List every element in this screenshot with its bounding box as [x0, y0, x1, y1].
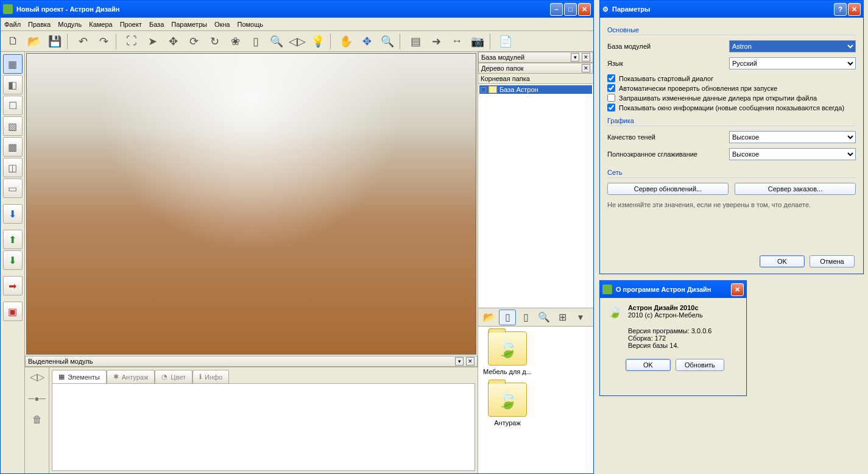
cube-solid-icon[interactable]: ◧ — [3, 75, 23, 94]
tree-header[interactable]: Дерево папок ✕ — [478, 63, 593, 74]
modulebase-select[interactable]: Astron — [729, 40, 856, 52]
menu-project[interactable]: Проект — [120, 21, 142, 28]
menu-edit[interactable]: Правка — [28, 21, 51, 28]
params-dialog: ⚙ Параметры ? ✕ Основные База модулей As… — [599, 0, 864, 274]
slider-icon[interactable]: ─●─ — [28, 394, 45, 403]
tab-color[interactable]: ◔Цвет — [155, 370, 192, 383]
modulebase-title: База модулей — [481, 54, 524, 61]
panel2-close-icon[interactable]: ✕ — [582, 53, 590, 62]
grid-thumb-icon[interactable]: ⊞ — [554, 310, 571, 325]
menu-help[interactable]: Помощь — [237, 21, 263, 28]
door-icon[interactable]: ▯ — [245, 32, 266, 51]
undo-icon[interactable]: ↶ — [72, 32, 93, 51]
zoom-icon[interactable]: 🔍 — [266, 32, 287, 51]
thumb-label: Антураж — [494, 419, 521, 426]
mirror-side-icon[interactable]: ◁▷ — [30, 371, 44, 383]
open-icon[interactable]: 📂 — [24, 32, 44, 51]
chk-start[interactable] — [607, 74, 615, 82]
floor-icon[interactable]: ▭ — [3, 179, 23, 198]
params-ok-button[interactable]: OK — [760, 255, 805, 267]
redo-icon[interactable]: ↷ — [93, 32, 114, 51]
update-server-button[interactable]: Сервер обновлений... — [607, 183, 729, 195]
move-icon[interactable]: ✥ — [163, 32, 183, 51]
thumbnail-pane[interactable]: Мебель для д... Антураж — [478, 326, 593, 473]
about-update-button[interactable]: Обновить — [676, 359, 724, 371]
cube-shade-icon[interactable]: ▧ — [3, 116, 23, 136]
wall-view-icon[interactable]: ▦ — [3, 54, 23, 74]
menu-module[interactable]: Модуль — [58, 21, 82, 28]
aa-select[interactable]: Высокое — [729, 148, 856, 160]
params-cancel-button[interactable]: Отмена — [810, 255, 855, 267]
list-view-icon[interactable]: ▯ — [517, 310, 534, 325]
lang-select[interactable]: Русский — [729, 57, 856, 69]
report-icon[interactable]: 📄 — [495, 32, 516, 51]
menu-camera[interactable]: Камера — [89, 21, 112, 28]
trash-icon[interactable]: 🗑 — [32, 414, 42, 425]
save-icon[interactable]: 💾 — [44, 32, 65, 51]
magnify-icon[interactable]: 🔍 — [377, 32, 398, 51]
3d-viewport[interactable] — [26, 53, 476, 355]
hand-icon[interactable]: ✋ — [336, 32, 356, 51]
pin-icon[interactable]: ▾ — [455, 357, 464, 366]
frame-red-icon[interactable]: ▣ — [3, 302, 23, 321]
menu-base[interactable]: База — [149, 21, 164, 28]
menu-file[interactable]: Файл — [4, 21, 21, 28]
selected-module-header[interactable]: Выделенный модуль ▾ ✕ — [25, 356, 478, 367]
tab-info[interactable]: ℹИнфо — [192, 370, 229, 383]
about-app-icon — [602, 285, 612, 294]
help-button[interactable]: ? — [834, 3, 847, 16]
snapshot-icon[interactable]: 📷 — [467, 32, 488, 51]
tree-close-icon[interactable]: ✕ — [582, 64, 590, 73]
mirror-icon[interactable]: ◁▷ — [287, 32, 308, 51]
thumb-view-icon[interactable]: ▯ — [499, 310, 516, 325]
rotate-icon[interactable]: ↻ — [204, 32, 225, 51]
tab-elements[interactable]: ▦Элементы — [52, 370, 107, 383]
rotate90-icon[interactable]: ⟳ — [183, 32, 204, 51]
app-icon — [3, 4, 13, 14]
thumb-furniture[interactable]: Мебель для д... — [483, 331, 532, 375]
arrow-up-green-icon[interactable]: ⬆ — [3, 230, 23, 249]
tab-entourage[interactable]: ✱Антураж — [107, 370, 155, 383]
chk-updates[interactable] — [607, 84, 615, 92]
select-icon[interactable]: ⛶ — [121, 32, 142, 51]
light-icon[interactable]: 💡 — [308, 32, 328, 51]
folder-open-icon[interactable]: 📂 — [481, 310, 498, 325]
new-icon[interactable]: 🗋 — [3, 32, 24, 51]
chk-info[interactable] — [607, 104, 615, 111]
color-icon[interactable]: ❀ — [225, 32, 245, 51]
main-titlebar[interactable]: Новый проект - Астрон Дизайн – □ ✕ — [1, 1, 593, 18]
cube-wire-icon[interactable]: ☐ — [3, 96, 23, 115]
cube-dim-icon[interactable]: ▩ — [3, 137, 23, 157]
order-server-button[interactable]: Сервер заказов... — [735, 183, 856, 195]
maximize-button[interactable]: □ — [564, 3, 577, 16]
arrow-down-blue-icon[interactable]: ⬇ — [3, 204, 23, 224]
export-icon[interactable]: ➜ — [426, 32, 446, 51]
dimension-icon[interactable]: ↔ — [446, 32, 467, 51]
pointer-icon[interactable]: ➤ — [142, 32, 163, 51]
params-close-button[interactable]: ✕ — [848, 3, 861, 16]
menu-params[interactable]: Параметры — [171, 21, 207, 28]
chk-dealer[interactable] — [607, 94, 615, 102]
panel-close-icon[interactable]: ✕ — [466, 357, 475, 366]
search-thumb-icon[interactable]: 🔍 — [535, 310, 552, 325]
about-titlebar[interactable]: О программе Астрон Дизайн ✕ — [600, 281, 746, 298]
perspective-icon[interactable]: ◫ — [3, 158, 23, 177]
about-close-button[interactable]: ✕ — [731, 283, 744, 296]
minimize-button[interactable]: – — [550, 3, 563, 16]
modulebase-header[interactable]: База модулей ▾✕ — [478, 52, 593, 63]
arrow-right-red-icon[interactable]: ➡ — [3, 276, 23, 295]
calc-icon[interactable]: ▤ — [405, 32, 426, 51]
tree-node-astron[interactable]: + База Астрон — [479, 85, 592, 94]
thumb-entourage[interactable]: Антураж — [483, 383, 532, 426]
arrow-down-green-icon[interactable]: ⬇ — [3, 250, 23, 270]
about-ok-button[interactable]: OK — [626, 359, 671, 371]
menu-windows[interactable]: Окна — [214, 21, 230, 28]
shadow-select[interactable]: Высокое — [729, 131, 856, 143]
close-button[interactable]: ✕ — [578, 3, 591, 16]
dropdown-icon[interactable]: ▾ — [572, 310, 589, 325]
orbit-icon[interactable]: ✥ — [356, 32, 377, 51]
folder-tree[interactable]: + База Астрон — [478, 84, 593, 308]
params-titlebar[interactable]: ⚙ Параметры ? ✕ — [600, 1, 863, 18]
pin2-icon[interactable]: ▾ — [571, 53, 579, 62]
expand-icon[interactable]: + — [481, 87, 486, 93]
